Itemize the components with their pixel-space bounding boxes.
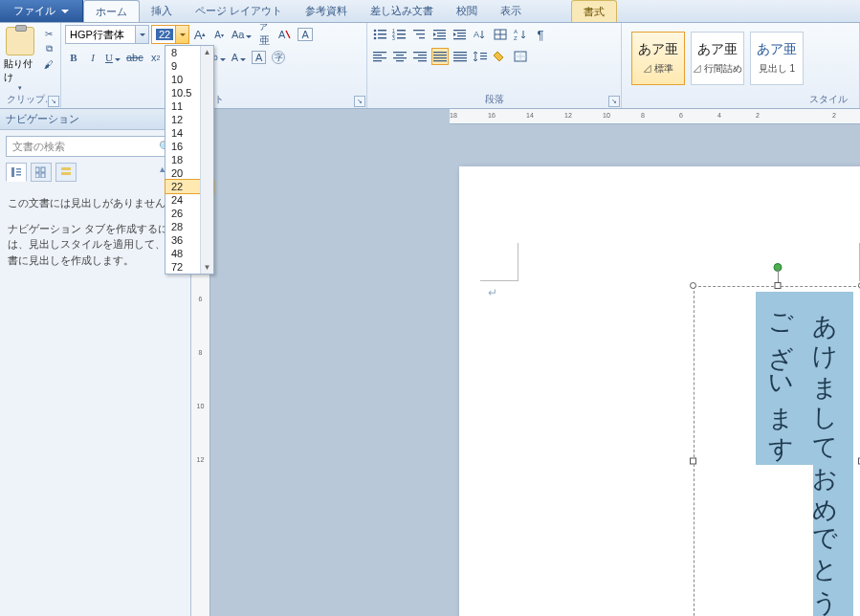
svg-rect-50: [480, 58, 487, 59]
underline-button[interactable]: U: [103, 48, 122, 67]
phonetic-guide-icon[interactable]: ア亜: [255, 25, 273, 44]
font-launcher[interactable]: ↘: [354, 96, 365, 107]
align-center-icon[interactable]: [391, 48, 408, 65]
hruler-tick: 4: [717, 112, 721, 119]
tab-file[interactable]: ファイル: [0, 0, 83, 22]
svg-rect-46: [453, 57, 467, 58]
hruler-tick: 8: [641, 112, 645, 119]
cut-icon[interactable]: ✂: [41, 27, 56, 40]
tab-format[interactable]: 書式: [571, 0, 617, 22]
handle-nw[interactable]: [690, 282, 696, 289]
line-spacing-icon[interactable]: [472, 48, 489, 65]
svg-text:Z: Z: [514, 35, 518, 41]
clipboard-launcher[interactable]: ↘: [48, 96, 59, 107]
font-name-value: HGP行書体: [70, 28, 124, 42]
copy-icon[interactable]: ⧉: [41, 42, 56, 55]
multilevel-list-icon[interactable]: [411, 26, 429, 43]
decrease-indent-icon[interactable]: [431, 26, 449, 43]
char-border-icon[interactable]: A: [296, 25, 314, 44]
numbering-icon[interactable]: 123: [391, 26, 408, 43]
enclose-chars-icon[interactable]: 字: [270, 48, 287, 67]
style-no-spacing[interactable]: あア亜 ⊿ 行間詰め: [691, 32, 744, 85]
svg-rect-61: [61, 172, 71, 175]
horizontal-ruler[interactable]: 181614121086422: [450, 109, 860, 124]
align-left-icon[interactable]: [371, 48, 388, 65]
font-name-dropdown-icon[interactable]: [135, 26, 148, 43]
nav-search-input[interactable]: 文書の検索 🔍▾: [6, 136, 185, 157]
svg-point-1: [374, 30, 377, 33]
hruler-tick: 14: [526, 112, 534, 119]
group-styles: あア亜 ⊿ 標準 あア亜 ⊿ 行間詰め あア亜 見出し 1 スタイル: [622, 23, 860, 108]
font-size-value: 22: [156, 29, 173, 40]
group-paragraph-title: 段落: [371, 92, 617, 107]
borders-icon[interactable]: [512, 48, 529, 65]
group-clipboard: 貼り付け ▾ ✂ ⧉ 🖌 クリップ... ↘: [0, 23, 61, 108]
align-distributed-icon[interactable]: [452, 48, 469, 65]
svg-text:3: 3: [392, 35, 395, 41]
svg-point-3: [374, 33, 377, 36]
italic-button[interactable]: I: [84, 48, 101, 67]
style-heading1[interactable]: あア亜 見出し 1: [750, 32, 804, 85]
tab-view[interactable]: 表示: [489, 0, 533, 22]
shrink-font-icon[interactable]: A▾: [210, 25, 228, 44]
text-line-2: ございます: [760, 297, 800, 455]
svg-rect-18: [437, 35, 446, 36]
font-size-dropdown[interactable]: 891010.511121416182022242628364872 ▲ ▼: [165, 45, 214, 275]
char-shading-icon[interactable]: A: [250, 48, 268, 67]
align-right-icon[interactable]: [411, 48, 429, 65]
svg-rect-20: [453, 30, 466, 31]
nav-tab-results[interactable]: [55, 163, 77, 182]
tab-page-layout[interactable]: ページ レイアウト: [184, 0, 294, 22]
shading-icon[interactable]: [492, 48, 509, 65]
tab-home[interactable]: ホーム: [83, 0, 140, 22]
tab-review[interactable]: 校閲: [445, 0, 489, 22]
page[interactable]: ↵ あけましておめでとう ございます: [459, 166, 860, 616]
font-name-combo[interactable]: HGP行書体: [65, 25, 149, 44]
sort-icon[interactable]: AZ: [512, 26, 529, 43]
subscript-button[interactable]: x2: [147, 48, 165, 67]
svg-rect-21: [457, 33, 466, 33]
tab-mailings[interactable]: 差し込み文書: [359, 0, 445, 22]
svg-rect-8: [397, 30, 406, 32]
dropdown-scrollbar[interactable]: ▲ ▼: [200, 46, 213, 274]
font-color-icon[interactable]: A: [230, 48, 248, 67]
text-direction-icon[interactable]: A: [472, 26, 489, 43]
strikethrough-button[interactable]: abc: [124, 48, 145, 67]
bold-button[interactable]: B: [65, 48, 82, 67]
change-case-icon[interactable]: Aa: [230, 25, 254, 44]
svg-rect-48: [480, 53, 487, 54]
scroll-up-icon[interactable]: ▲: [204, 48, 211, 56]
svg-rect-59: [41, 173, 45, 178]
show-marks-icon[interactable]: ¶: [532, 25, 549, 44]
vruler-tick: 8: [199, 339, 203, 365]
scroll-down-icon[interactable]: ▼: [204, 263, 211, 272]
text-box[interactable]: あけましておめでとう ございます: [694, 286, 860, 616]
font-size-dropdown-icon[interactable]: [175, 26, 188, 43]
paste-label: 貼り付け: [4, 57, 35, 84]
svg-rect-45: [453, 55, 467, 55]
increase-indent-icon[interactable]: [452, 26, 469, 43]
nav-tab-pages[interactable]: [31, 163, 52, 182]
grow-font-icon[interactable]: A▴: [191, 25, 209, 44]
align-justify-icon[interactable]: [431, 48, 449, 65]
handle-n[interactable]: [774, 282, 781, 289]
vruler-tick: 6: [199, 285, 203, 312]
text-line-1: あけましておめでとう: [804, 297, 844, 616]
svg-rect-41: [433, 55, 447, 55]
bullets-icon[interactable]: [371, 26, 388, 43]
format-painter-icon[interactable]: 🖌: [41, 57, 56, 71]
nav-tab-headings[interactable]: [6, 163, 27, 182]
tab-insert[interactable]: 挿入: [140, 0, 184, 22]
asian-layout-icon[interactable]: [492, 26, 509, 43]
paste-icon[interactable]: [6, 27, 34, 55]
font-size-combo[interactable]: 22: [151, 25, 189, 44]
style-normal[interactable]: あア亜 ⊿ 標準: [631, 32, 685, 85]
svg-rect-22: [457, 35, 466, 36]
svg-rect-55: [16, 174, 21, 176]
clear-formatting-icon[interactable]: A: [275, 25, 294, 44]
paragraph-launcher[interactable]: ↘: [608, 96, 620, 107]
svg-rect-29: [373, 55, 382, 55]
tab-references[interactable]: 参考資料: [294, 0, 359, 22]
handle-w[interactable]: [690, 457, 696, 464]
svg-rect-40: [433, 52, 447, 53]
